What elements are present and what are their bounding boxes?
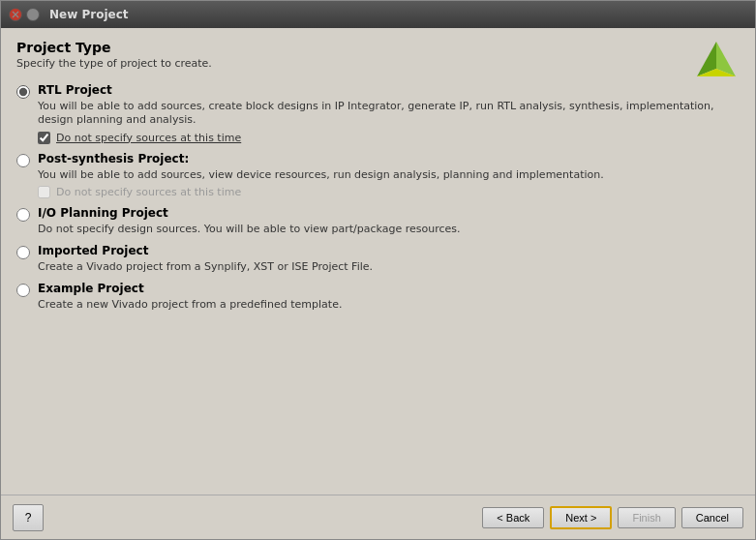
help-button[interactable]: ? <box>13 504 44 531</box>
rtl-desc: You will be able to add sources, create … <box>38 100 740 128</box>
option-rtl: RTL Project You will be able to add sour… <box>16 83 740 144</box>
bottom-left: ? <box>13 504 44 531</box>
content-area: Project Type Specify the type of project… <box>1 28 755 495</box>
rtl-checkbox-label: Do not specify sources at this time <box>56 132 241 144</box>
bottom-bar: ? < Back Next > Finish Cancel <box>1 495 755 539</box>
radio-post-synthesis[interactable] <box>16 154 30 167</box>
window-controls <box>9 8 40 21</box>
imported-desc: Create a Vivado project from a Synplify,… <box>38 260 740 274</box>
minimize-button[interactable] <box>26 8 40 21</box>
rtl-checkbox-row: Do not specify sources at this time <box>38 132 740 144</box>
option-imported: Imported Project Create a Vivado project… <box>16 244 740 274</box>
rtl-label: RTL Project <box>38 83 112 97</box>
imported-label: Imported Project <box>38 244 148 257</box>
io-planning-label: I/O Planning Project <box>38 206 168 220</box>
rtl-checkbox[interactable] <box>38 132 50 144</box>
page-title: Project Type <box>16 40 740 55</box>
bottom-right: < Back Next > Finish Cancel <box>482 506 743 529</box>
option-io-planning-row: I/O Planning Project <box>16 206 740 222</box>
option-post-synthesis: Post-synthesis Project: You will be able… <box>16 152 740 198</box>
vivado-logo <box>693 38 740 84</box>
post-synthesis-label: Post-synthesis Project: <box>38 152 189 165</box>
example-label: Example Project <box>38 282 144 295</box>
window-title: New Project <box>49 8 129 21</box>
radio-imported[interactable] <box>16 246 30 259</box>
post-synthesis-desc: You will be able to add sources, view de… <box>38 168 740 182</box>
radio-example[interactable] <box>16 284 30 297</box>
window: New Project Project Type Specify the typ… <box>0 0 756 540</box>
option-imported-row: Imported Project <box>16 244 740 259</box>
option-rtl-row: RTL Project <box>16 83 740 99</box>
options-list: RTL Project You will be able to add sour… <box>16 83 740 320</box>
radio-rtl[interactable] <box>16 85 30 99</box>
io-planning-desc: Do not specify design sources. You will … <box>38 223 740 236</box>
option-post-synthesis-row: Post-synthesis Project: <box>16 152 740 167</box>
finish-button[interactable]: Finish <box>618 507 675 528</box>
example-desc: Create a new Vivado project from a prede… <box>38 298 740 312</box>
page-subtitle: Specify the type of project to create. <box>16 57 740 70</box>
post-synthesis-checkbox-row: Do not specify sources at this time <box>38 186 740 198</box>
title-bar: New Project <box>1 1 755 28</box>
post-synthesis-checkbox <box>38 186 50 198</box>
post-synthesis-checkbox-label: Do not specify sources at this time <box>56 186 241 198</box>
option-io-planning: I/O Planning Project Do not specify desi… <box>16 206 740 236</box>
radio-io-planning[interactable] <box>16 208 30 222</box>
option-example: Example Project Create a new Vivado proj… <box>16 282 740 312</box>
cancel-button[interactable]: Cancel <box>681 507 743 528</box>
next-button[interactable]: Next > <box>550 506 612 529</box>
option-example-row: Example Project <box>16 282 740 297</box>
back-button[interactable]: < Back <box>482 507 544 528</box>
close-button[interactable] <box>9 8 22 21</box>
